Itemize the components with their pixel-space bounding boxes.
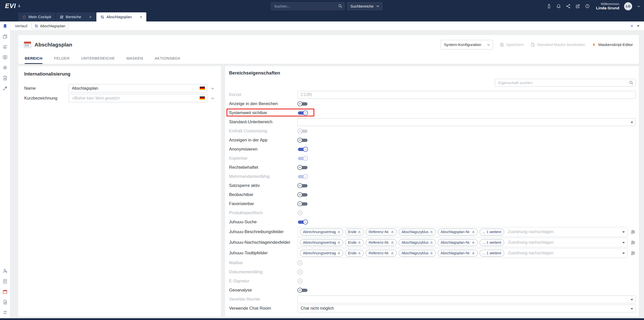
property-search-input[interactable]: [495, 79, 636, 87]
chips-field[interactable]: AbrechnungsvertragEndeReferenz-Nr.Abschl…: [297, 248, 628, 258]
tab-bereiche[interactable]: Bereiche ✕: [56, 12, 96, 21]
chip[interactable]: Abrechnungsvertrag: [300, 250, 343, 257]
help-icon[interactable]: [585, 4, 590, 9]
tab-abschlagsplan[interactable]: Abschlagsplan ✕: [96, 12, 147, 21]
toggle-switch[interactable]: ✓: [297, 110, 308, 115]
close-icon[interactable]: ✕: [89, 15, 92, 19]
bottle-icon[interactable]: [547, 4, 551, 9]
chip[interactable]: ... 1 weitere: [480, 250, 505, 257]
chip[interactable]: Abschlagsplan-Nr.: [438, 229, 478, 235]
toggle-switch[interactable]: ✕: [297, 138, 308, 143]
search-input[interactable]: [271, 2, 345, 10]
toggle-switch[interactable]: ✕: [297, 101, 308, 106]
chip[interactable]: Abschlagsplan-Nr.: [438, 250, 478, 257]
property-select[interactable]: [297, 118, 636, 126]
close-icon[interactable]: ✕: [630, 24, 633, 28]
properties-card: Bereichseigenschaften KürzelAnzeige in d…: [225, 66, 639, 317]
property-row: Juhuuu-TooltipfelderAbrechnungsvertragEn…: [229, 248, 636, 258]
configuration-select[interactable]: System-Konfiguration: [441, 40, 493, 50]
toggle-switch[interactable]: ✕: [297, 288, 308, 293]
property-label: Dokumentenfähig: [229, 269, 297, 275]
chip[interactable]: Abschlagszyklus: [399, 239, 436, 246]
tab-mein-cockpit[interactable]: Mein Cockpit: [18, 12, 55, 21]
close-icon[interactable]: ✕: [140, 15, 143, 19]
kurzbezeichnung-input[interactable]: [69, 94, 207, 102]
chip[interactable]: Abschlagszyklus: [399, 250, 436, 257]
avatar[interactable]: LG: [624, 2, 632, 10]
chevron-down-icon[interactable]: [211, 96, 215, 100]
chip[interactable]: Referenz-Nr.: [366, 229, 397, 235]
property-select[interactable]: [297, 296, 636, 303]
save-button[interactable]: Speichern: [500, 42, 524, 47]
check-icon: ✓: [303, 156, 308, 161]
welcome-label: Willkommen: [596, 2, 619, 6]
search-scope-select[interactable]: Suchbereiche: [347, 2, 382, 10]
toggle-switch[interactable]: ✕: [297, 183, 308, 188]
tab-felder[interactable]: FELDER: [54, 56, 70, 64]
chip-label: Abschlagsplan-Nr.: [441, 240, 470, 244]
property-row: Beobachtbar✕: [229, 190, 636, 199]
chip[interactable]: Ende: [345, 239, 364, 246]
mask-script-editor-button[interactable]: Maskenskript-Editor: [592, 42, 633, 47]
chevron-down-icon: [487, 43, 490, 47]
chip[interactable]: Ende: [345, 229, 364, 235]
toggle-switch[interactable]: ✕: [297, 192, 308, 197]
chip[interactable]: Abschlagszyklus: [399, 229, 436, 235]
property-label: Juhuuu-Beschreibungsfelder: [229, 229, 297, 234]
chip[interactable]: Abrechnungsvertrag: [300, 239, 343, 246]
toggle-switch[interactable]: ✓: [297, 147, 308, 152]
search-icon[interactable]: [338, 4, 343, 9]
toggle-switch[interactable]: ✕: [297, 201, 308, 206]
user-star-icon[interactable]: [3, 268, 8, 274]
document-edit-icon[interactable]: [3, 300, 8, 305]
windows-icon[interactable]: [3, 34, 8, 39]
bookmark-icon[interactable]: [3, 24, 8, 29]
search-icon[interactable]: [629, 80, 634, 86]
edit-standard-mask-button[interactable]: Standard-Maske bearbeiten: [530, 42, 585, 47]
toggle-switch[interactable]: ✓: [297, 219, 308, 225]
property-control: AbrechnungsvertragEndeReferenz-Nr.Abschl…: [297, 227, 636, 237]
chips-field[interactable]: AbrechnungsvertragEndeReferenz-Nr.Abschl…: [297, 238, 628, 247]
bell-icon[interactable]: [556, 4, 561, 9]
chevron-down-icon[interactable]: [211, 86, 215, 90]
toggle-switch[interactable]: ✕: [297, 165, 308, 170]
chip[interactable]: Referenz-Nr.: [366, 239, 397, 246]
calendar-icon[interactable]: [3, 289, 8, 294]
chevron-down-icon[interactable]: [637, 25, 639, 27]
chip[interactable]: ... 1 weitere: [480, 229, 505, 235]
chips-field[interactable]: AbrechnungsvertragEndeReferenz-Nr.Abschl…: [297, 227, 628, 237]
tab-masken[interactable]: MASKEN: [126, 56, 143, 64]
chip[interactable]: Ende: [345, 250, 364, 257]
property-row: E-Signatur✕: [229, 277, 636, 286]
tab-bereich[interactable]: BEREICH: [25, 56, 42, 64]
swap-icon[interactable]: [3, 310, 8, 315]
history-edit-icon[interactable]: [3, 44, 8, 50]
report-icon[interactable]: [3, 76, 8, 81]
chip[interactable]: Referenz-Nr.: [366, 250, 397, 257]
tools-icon[interactable]: [3, 86, 8, 91]
chip[interactable]: Abschlagsplan-Nr.: [438, 239, 478, 246]
topbar-actions: Willkommen Linda Grund LG: [547, 0, 640, 12]
chevron-down-icon[interactable]: [637, 5, 640, 8]
notes-icon[interactable]: [3, 279, 8, 284]
history-chip[interactable]: Abschlagsplan: [32, 22, 69, 29]
name-input[interactable]: [69, 84, 207, 92]
compose-icon[interactable]: [575, 4, 580, 9]
chip[interactable]: Abrechnungsvertrag: [300, 229, 343, 235]
tab-unterbereiche[interactable]: UNTERBEREICHE: [81, 56, 115, 64]
chip-label: Referenz-Nr.: [369, 251, 389, 255]
adjust-icon[interactable]: [630, 240, 636, 245]
screen-search-icon[interactable]: [3, 55, 8, 60]
property-control: ✓: [297, 219, 636, 225]
tab-label: Abschlagsplan: [106, 15, 132, 19]
global-search: [271, 2, 345, 10]
property-select[interactable]: Chat nicht möglich: [297, 305, 636, 312]
kurzbezeichnung-input-wrap: [69, 94, 207, 102]
chip[interactable]: ... 1 weitere: [480, 239, 505, 246]
adjust-icon[interactable]: [630, 229, 636, 235]
share-icon[interactable]: [566, 4, 571, 9]
gear-icon[interactable]: [3, 65, 8, 70]
tab-aktionsbox[interactable]: AKTIONSBOX: [155, 56, 180, 64]
chip-label: Abschlagsplan-Nr.: [441, 230, 470, 234]
adjust-icon[interactable]: [630, 251, 636, 256]
